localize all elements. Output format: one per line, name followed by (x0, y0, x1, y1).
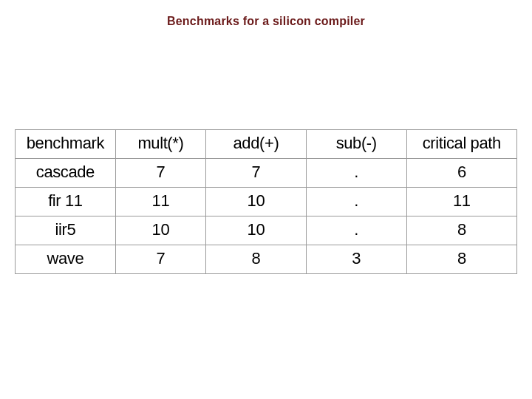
table-row: fir 11 11 10 . 11 (16, 188, 517, 216)
cell-benchmark: cascade (16, 159, 116, 188)
page-title: Benchmarks for a silicon compiler (0, 15, 532, 28)
slide: Benchmarks for a silicon compiler benchm… (0, 0, 532, 399)
cell-sub: . (306, 159, 406, 188)
cell-mult: 11 (115, 188, 205, 216)
cell-add: 10 (206, 188, 307, 216)
cell-mult: 7 (115, 159, 205, 188)
cell-benchmark: fir 11 (16, 188, 116, 216)
table-row: cascade 7 7 . 6 (16, 159, 517, 188)
benchmarks-table: benchmark mult(*) add(+) sub(-) critical… (15, 129, 517, 274)
table-row: iir5 10 10 . 8 (16, 216, 517, 245)
table-row: wave 7 8 3 8 (16, 245, 517, 274)
cell-sub: 3 (306, 245, 406, 274)
cell-critpath: 6 (406, 159, 516, 188)
col-header-critpath: critical path (406, 130, 516, 159)
benchmarks-table-wrap: benchmark mult(*) add(+) sub(-) critical… (15, 129, 517, 274)
cell-sub: . (306, 216, 406, 245)
cell-benchmark: iir5 (16, 216, 116, 245)
col-header-benchmark: benchmark (16, 130, 116, 159)
table-header-row: benchmark mult(*) add(+) sub(-) critical… (16, 130, 517, 159)
cell-mult: 7 (115, 245, 205, 274)
cell-critpath: 8 (406, 245, 516, 274)
cell-critpath: 8 (406, 216, 516, 245)
cell-mult: 10 (115, 216, 205, 245)
cell-add: 8 (206, 245, 307, 274)
cell-benchmark: wave (16, 245, 116, 274)
col-header-add: add(+) (206, 130, 307, 159)
cell-add: 7 (206, 159, 307, 188)
cell-sub: . (306, 188, 406, 216)
cell-critpath: 11 (406, 188, 516, 216)
col-header-sub: sub(-) (306, 130, 406, 159)
col-header-mult: mult(*) (115, 130, 205, 159)
cell-add: 10 (206, 216, 307, 245)
